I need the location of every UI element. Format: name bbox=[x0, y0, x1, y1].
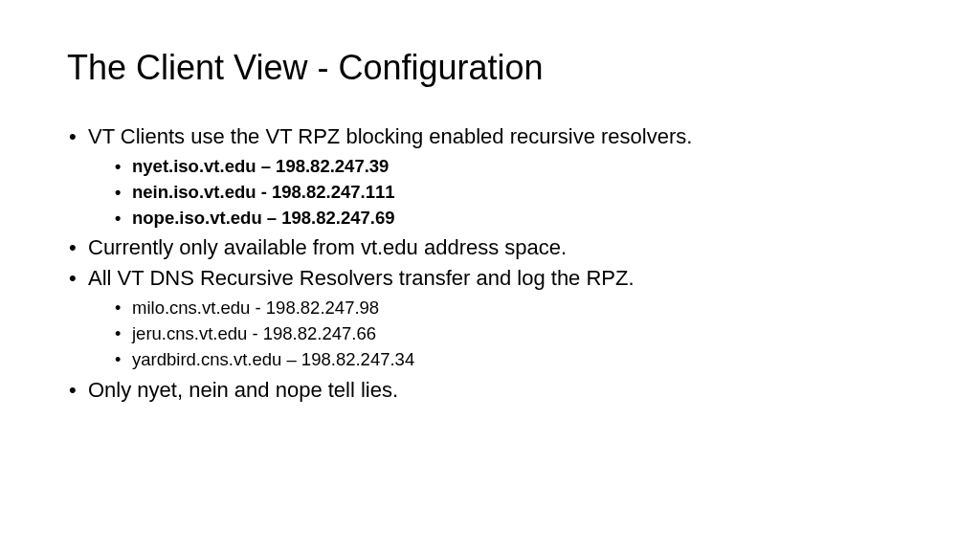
bullet-item: All VT DNS Recursive Resolvers transfer … bbox=[67, 263, 913, 372]
bullet-text: All VT DNS Recursive Resolvers transfer … bbox=[88, 266, 635, 290]
sub-bullet-item: nope.iso.vt.edu – 198.82.247.69 bbox=[115, 206, 913, 231]
sub-bullet-item: jeru.cns.vt.edu - 198.82.247.66 bbox=[115, 321, 913, 347]
sub-bullet-item: milo.cns.vt.edu - 198.82.247.98 bbox=[115, 296, 913, 321]
slide-title: The Client View - Configuration bbox=[67, 48, 913, 88]
bullet-list: VT Clients use the VT RPZ blocking enabl… bbox=[67, 121, 913, 405]
sub-bullet-item: nein.iso.vt.edu - 198.82.247.111 bbox=[115, 180, 913, 206]
sub-bullet-list: nyet.iso.vt.edu – 198.82.247.39 nein.iso… bbox=[88, 154, 913, 231]
slide-container: The Client View - Configuration VT Clien… bbox=[0, 0, 980, 551]
bullet-item: Only nyet, nein and nope tell lies. bbox=[67, 375, 913, 406]
sub-bullet-list: milo.cns.vt.edu - 198.82.247.98 jeru.cns… bbox=[88, 296, 913, 372]
bullet-item: Currently only available from vt.edu add… bbox=[67, 232, 913, 263]
bullet-text: VT Clients use the VT RPZ blocking enabl… bbox=[88, 124, 692, 148]
bullet-item: VT Clients use the VT RPZ blocking enabl… bbox=[67, 121, 913, 231]
sub-bullet-item: yardbird.cns.vt.edu – 198.82.247.34 bbox=[115, 347, 913, 373]
sub-bullet-item: nyet.iso.vt.edu – 198.82.247.39 bbox=[115, 154, 913, 180]
